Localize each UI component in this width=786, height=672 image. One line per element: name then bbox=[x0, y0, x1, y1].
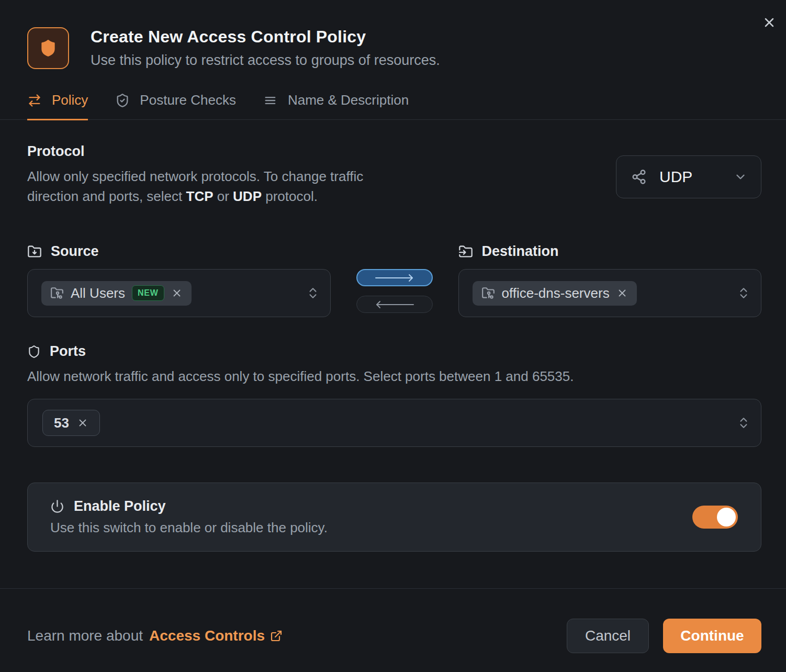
enable-policy-heading-row: Enable Policy bbox=[50, 498, 328, 514]
shield-outline-icon bbox=[27, 345, 41, 359]
protocol-select[interactable]: UDP bbox=[616, 155, 761, 198]
port-tag-value: 53 bbox=[54, 415, 69, 431]
tab-policy[interactable]: Policy bbox=[27, 92, 88, 120]
direction-right-button[interactable] bbox=[356, 269, 433, 286]
source-select[interactable]: All Users NEW bbox=[27, 269, 331, 317]
remove-port-tag-icon[interactable] bbox=[77, 417, 88, 429]
external-link-icon bbox=[270, 630, 283, 642]
enable-policy-text: Enable Policy Use this switch to enable … bbox=[50, 498, 328, 536]
tab-bar: Policy Posture Checks Name & Description bbox=[0, 92, 786, 120]
protocol-desc-or: or bbox=[214, 188, 233, 204]
destination-column: Destination office-dns-servers bbox=[458, 243, 762, 317]
folder-down-icon bbox=[27, 244, 42, 259]
protocol-selected-value: UDP bbox=[659, 168, 692, 186]
learn-more: Learn more about Access Controls bbox=[27, 628, 283, 644]
protocol-desc-tcp: TCP bbox=[186, 188, 214, 204]
create-policy-modal: Create New Access Control Policy Use thi… bbox=[0, 0, 786, 672]
protocol-section: Protocol Allow only specified network pr… bbox=[27, 143, 761, 206]
folder-group-icon bbox=[50, 286, 64, 300]
footer-buttons: Cancel Continue bbox=[567, 619, 761, 653]
ports-heading-row: Ports bbox=[27, 343, 761, 360]
source-heading: Source bbox=[51, 243, 99, 260]
peers-section: Source All Users NEW bbox=[27, 243, 761, 317]
header-text: Create New Access Control Policy Use thi… bbox=[91, 27, 440, 69]
destination-select[interactable]: office-dns-servers bbox=[458, 269, 762, 317]
ports-input[interactable]: 53 bbox=[27, 399, 761, 447]
modal-footer: Learn more about Access Controls Cancel … bbox=[0, 588, 786, 672]
source-tag-label: All Users bbox=[71, 285, 125, 301]
new-badge: NEW bbox=[132, 285, 164, 301]
enable-policy-heading: Enable Policy bbox=[74, 498, 166, 514]
modal-subtitle: Use this policy to restrict access to gr… bbox=[91, 52, 440, 69]
protocol-description: Allow only specified network protocols. … bbox=[27, 166, 417, 206]
modal-content: Protocol Allow only specified network pr… bbox=[0, 120, 786, 588]
protocol-desc-post: protocol. bbox=[262, 188, 318, 204]
remove-destination-tag-icon[interactable] bbox=[616, 287, 628, 299]
enable-policy-toggle[interactable] bbox=[692, 506, 738, 529]
tab-posture-checks-label: Posture Checks bbox=[140, 92, 236, 108]
enable-policy-description: Use this switch to enable or disable the… bbox=[50, 520, 328, 536]
folder-input-icon bbox=[458, 244, 473, 259]
tab-name-description[interactable]: Name & Description bbox=[263, 92, 409, 120]
close-icon[interactable] bbox=[761, 15, 777, 30]
share-nodes-icon bbox=[631, 169, 647, 185]
cancel-button[interactable]: Cancel bbox=[567, 619, 649, 653]
tab-name-description-label: Name & Description bbox=[288, 92, 409, 108]
access-controls-link[interactable]: Access Controls bbox=[149, 628, 283, 644]
source-heading-row: Source bbox=[27, 243, 331, 260]
chevron-down-icon bbox=[734, 170, 747, 184]
source-tag: All Users NEW bbox=[41, 281, 192, 306]
ports-heading: Ports bbox=[50, 343, 86, 360]
shield-icon bbox=[27, 27, 69, 69]
ports-description: Allow network traffic and access only to… bbox=[27, 366, 761, 386]
enable-policy-panel: Enable Policy Use this switch to enable … bbox=[27, 483, 761, 552]
tab-policy-label: Policy bbox=[52, 92, 88, 108]
continue-button[interactable]: Continue bbox=[663, 619, 761, 653]
tab-posture-checks[interactable]: Posture Checks bbox=[115, 92, 236, 120]
power-icon bbox=[50, 499, 64, 513]
destination-tag: office-dns-servers bbox=[473, 281, 637, 306]
ports-section: Ports Allow network traffic and access o… bbox=[27, 343, 761, 447]
protocol-text: Protocol Allow only specified network pr… bbox=[27, 143, 417, 206]
learn-more-prefix: Learn more about bbox=[27, 628, 143, 644]
chevrons-up-down-icon bbox=[737, 286, 750, 300]
folder-group-icon bbox=[481, 286, 495, 300]
remove-source-tag-icon[interactable] bbox=[171, 287, 183, 299]
destination-heading: Destination bbox=[482, 243, 559, 260]
direction-column bbox=[356, 243, 433, 317]
chevrons-up-down-icon bbox=[737, 416, 750, 430]
text-lines-icon bbox=[263, 93, 278, 108]
modal-header: Create New Access Control Policy Use thi… bbox=[0, 0, 786, 69]
modal-title: Create New Access Control Policy bbox=[91, 27, 440, 47]
direction-left-button[interactable] bbox=[356, 296, 433, 313]
shield-check-icon bbox=[115, 93, 130, 108]
destination-heading-row: Destination bbox=[458, 243, 762, 260]
protocol-desc-udp: UDP bbox=[233, 188, 262, 204]
arrows-swap-icon bbox=[27, 93, 42, 108]
port-tag: 53 bbox=[42, 410, 100, 436]
access-controls-link-label: Access Controls bbox=[149, 628, 265, 644]
source-column: Source All Users NEW bbox=[27, 243, 331, 317]
toggle-knob bbox=[717, 508, 736, 527]
chevrons-up-down-icon bbox=[306, 286, 320, 300]
protocol-heading: Protocol bbox=[27, 143, 417, 160]
destination-tag-label: office-dns-servers bbox=[502, 285, 610, 301]
